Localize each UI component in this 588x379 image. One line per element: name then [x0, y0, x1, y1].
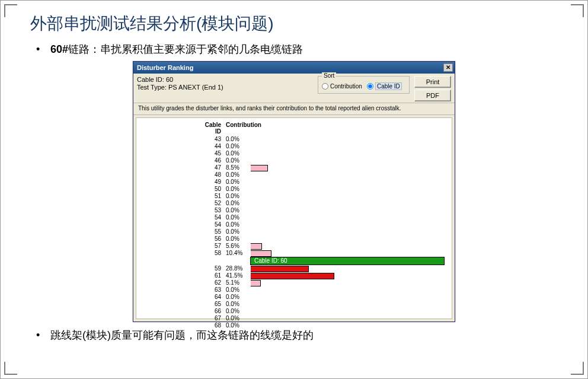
disturber-ranking-dialog: Disturber Ranking ✕ Cable ID: 60 Test Ty…	[133, 61, 455, 322]
row-bar-wrap	[251, 236, 448, 243]
chart-row: 500.0%	[140, 186, 448, 193]
radio-cableid-label: Cable ID	[375, 82, 402, 90]
highlight-current-cable: Cable ID: 60	[250, 257, 445, 265]
slide: 外部串扰测试结果分析(模块问题) • 60#链路：串扰累积值主要来源于紧邻的几条…	[0, 0, 588, 379]
row-cable-id: 64	[140, 294, 226, 301]
dialog-meta: Cable ID: 60 Test Type: PS ANEXT (End 1)	[137, 76, 318, 101]
contribution-bar	[251, 280, 261, 286]
row-bar-wrap	[251, 250, 448, 257]
slide-title: 外部串扰测试结果分析(模块问题)	[30, 12, 564, 35]
row-bar-wrap	[251, 301, 448, 308]
chart-row: 490.0%	[140, 179, 448, 186]
radio-cableid[interactable]: Cable ID	[367, 82, 402, 90]
chart-row: 6141.5%	[140, 272, 448, 279]
corner-decoration	[4, 4, 17, 17]
row-cable-id: 58	[140, 250, 226, 257]
row-bar-wrap	[251, 308, 448, 315]
corner-decoration	[571, 362, 584, 375]
row-cable-id: 44	[140, 143, 226, 150]
row-contribution-value: 0.0%	[226, 308, 251, 315]
row-cable-id: 48	[140, 171, 226, 179]
row-cable-id: 67	[140, 315, 226, 322]
row-bar-wrap	[251, 229, 448, 235]
row-contribution-value: 0.0%	[226, 136, 251, 143]
row-cable-id: 62	[140, 279, 226, 286]
chart-row: 510.0%	[140, 193, 448, 200]
dialog-toolbar: Cable ID: 60 Test Type: PS ANEXT (End 1)…	[133, 74, 455, 103]
row-contribution-value: 0.0%	[226, 207, 251, 214]
row-bar-wrap	[251, 158, 448, 164]
row-cable-id: 51	[140, 193, 226, 200]
radio-cableid-input[interactable]	[367, 83, 373, 90]
row-cable-id: 53	[140, 207, 226, 214]
row-cable-id: 45	[140, 150, 226, 157]
radio-contribution-input[interactable]	[322, 83, 328, 90]
row-bar-wrap	[251, 200, 448, 207]
row-cable-id: 65	[140, 301, 226, 308]
chart-row: 640.0%	[140, 294, 448, 301]
close-icon[interactable]: ✕	[443, 63, 453, 72]
chart-row: 540.0%	[140, 214, 448, 221]
print-button[interactable]: Print	[414, 76, 451, 88]
row-cable-id: 52	[140, 200, 226, 207]
row-bar-wrap	[251, 179, 448, 186]
chart-row: 660.0%	[140, 308, 448, 315]
row-contribution-value: 0.0%	[226, 193, 251, 200]
chart-row: 575.6%	[140, 243, 448, 250]
row-bar-wrap	[251, 287, 448, 294]
contribution-chart: Cable ID Contribution 430.0%440.0%450.0%…	[136, 117, 452, 319]
chart-row: 478.5%	[140, 164, 448, 171]
row-contribution-value: 41.5%	[226, 272, 251, 279]
row-bar-wrap	[251, 316, 448, 322]
row-bar-wrap	[251, 208, 448, 214]
contribution-bar	[251, 266, 309, 272]
corner-decoration	[4, 362, 17, 375]
row-bar-wrap	[251, 243, 448, 250]
row-cable-id: 47	[140, 164, 226, 171]
chart-row: 625.1%	[140, 279, 448, 286]
chart-row: 670.0%	[140, 315, 448, 322]
chart-row: 650.0%	[140, 301, 448, 308]
chart-row: 520.0%	[140, 200, 448, 207]
contribution-bar	[251, 273, 334, 279]
row-bar-wrap	[251, 273, 448, 279]
row-cable-id: 66	[140, 308, 226, 315]
chart-row: 630.0%	[140, 286, 448, 294]
row-bar-wrap	[251, 144, 448, 150]
row-contribution-value: 5.1%	[226, 279, 251, 286]
row-contribution-value: 0.0%	[226, 322, 251, 329]
chart-column-headers: Cable ID Contribution	[199, 122, 448, 135]
row-cable-id: 57	[140, 243, 226, 250]
row-contribution-value: 0.0%	[226, 228, 251, 235]
radio-contribution[interactable]: Contribution	[322, 83, 362, 90]
row-cable-id: 54	[140, 214, 226, 221]
row-cable-id: 50	[140, 186, 226, 193]
pdf-button[interactable]: PDF	[414, 90, 451, 101]
chart-rows: 430.0%440.0%450.0%460.0%478.5%480.0%490.…	[140, 136, 448, 329]
sort-groupbox: Sort Contribution Cable ID	[318, 76, 410, 94]
row-cable-id: 56	[140, 235, 226, 243]
chart-row: 540.0%	[140, 221, 448, 228]
button-column: Print PDF	[414, 76, 451, 101]
chart-row: 480.0%	[140, 171, 448, 179]
dialog-titlebar[interactable]: Disturber Ranking ✕	[133, 62, 455, 74]
row-contribution-value: 0.0%	[226, 157, 251, 164]
row-contribution-value: 0.0%	[226, 171, 251, 179]
row-bar-wrap	[251, 186, 448, 193]
bullet-1-text: 链路：串扰累积值主要来源于紧邻的几条电缆链路	[68, 43, 303, 55]
bullet-dot-icon: •	[36, 329, 50, 342]
row-bar-wrap	[251, 323, 448, 329]
row-contribution-value: 8.5%	[226, 164, 251, 171]
dialog-title: Disturber Ranking	[137, 64, 193, 71]
col-header-contribution: Contribution	[226, 122, 258, 135]
row-contribution-value: 0.0%	[226, 315, 251, 322]
row-contribution-value: 0.0%	[226, 143, 251, 150]
row-cable-id: 54	[140, 221, 226, 228]
chart-row: 460.0%	[140, 157, 448, 164]
row-contribution-value: 0.0%	[226, 286, 251, 294]
row-bar-wrap	[251, 294, 448, 301]
row-contribution-value: 0.0%	[226, 221, 251, 228]
corner-decoration	[571, 4, 584, 17]
contribution-bar	[251, 250, 271, 257]
row-bar-wrap	[251, 280, 448, 286]
